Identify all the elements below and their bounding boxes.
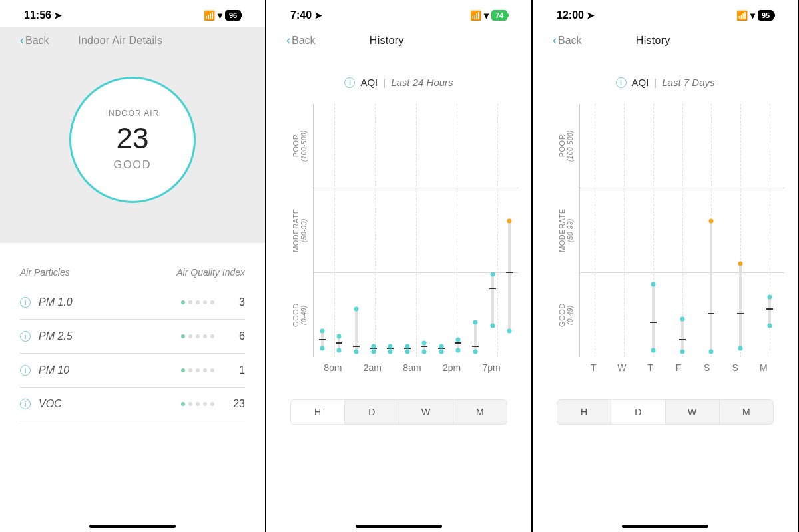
severity-dots <box>181 402 214 406</box>
table-header-right: Air Quality Index <box>176 267 245 278</box>
x-label: S <box>721 362 750 373</box>
segment-d[interactable]: D <box>344 400 398 424</box>
segment-w[interactable]: W <box>399 400 453 424</box>
period-label: Last 7 Days <box>662 77 714 88</box>
y-band: POOR(100-500) <box>286 104 313 188</box>
location-icon: ➤ <box>54 10 62 21</box>
x-axis-labels: 8pm2am8am2pm7pm <box>286 357 511 373</box>
wifi-icon: ▾ <box>218 10 222 21</box>
screen-indoor-air: 11:56 ➤ 📶 ▾ 96 ‹ Back Indoor Air Details… <box>0 0 266 532</box>
particle-name: PM 2.5 <box>39 330 181 342</box>
status-bar: 12:00 ➤ 📶 ▾ 95 <box>553 0 778 27</box>
aqi-ring[interactable]: INDOOR AIR 23 GOOD <box>69 77 196 203</box>
x-label: T <box>636 362 665 373</box>
segment-w[interactable]: W <box>665 400 719 424</box>
severity-dots <box>181 334 214 338</box>
aqi-chart-7d[interactable]: POOR(100-500)MODERATE(50-99)GOOD(0-49) <box>553 104 784 357</box>
range-segmented-control[interactable]: HDWM <box>557 399 774 425</box>
history-subheader: i AQI | Last 7 Days <box>553 57 778 104</box>
divider: | <box>383 77 386 88</box>
segment-m[interactable]: M <box>719 400 773 424</box>
y-band: MODERATE(50-99) <box>286 188 313 273</box>
table-header-left: Air Particles <box>20 267 70 278</box>
y-band: MODERATE(50-99) <box>553 188 579 273</box>
home-indicator[interactable] <box>622 525 708 528</box>
x-label: 8pm <box>313 362 353 373</box>
x-label: F <box>665 362 693 373</box>
particle-value: 1 <box>225 364 245 376</box>
segment-m[interactable]: M <box>453 400 507 424</box>
status-bar: 11:56 ➤ 📶 ▾ 96 <box>20 0 245 27</box>
home-indicator[interactable] <box>356 525 442 528</box>
aqi-hero: INDOOR AIR 23 GOOD <box>0 50 265 243</box>
battery-icon: 95 <box>758 10 774 21</box>
status-time: 11:56 <box>24 9 51 21</box>
info-icon[interactable]: i <box>616 77 627 88</box>
history-subheader: i AQI | Last 24 Hours <box>286 57 511 104</box>
status-bar: 7:40 ➤ 📶 ▾ 74 <box>286 0 511 27</box>
severity-dots <box>181 300 214 304</box>
y-band: GOOD(0-49) <box>553 272 579 357</box>
y-band: GOOD(0-49) <box>286 272 313 357</box>
info-icon[interactable]: i <box>20 297 31 308</box>
info-icon[interactable]: i <box>344 77 355 88</box>
screen-history-7d: 12:00 ➤ 📶 ▾ 95 ‹ Back History i AQI | La… <box>533 0 799 532</box>
battery-icon: 96 <box>225 10 241 21</box>
x-label: 8am <box>392 362 432 373</box>
x-label: 2pm <box>432 362 472 373</box>
severity-dots <box>181 368 214 372</box>
info-icon[interactable]: i <box>20 331 31 342</box>
particle-row[interactable]: i VOC 23 <box>20 388 245 421</box>
wifi-icon: ▾ <box>750 10 755 21</box>
aqi-ring-label: INDOOR AIR <box>106 109 160 118</box>
info-icon[interactable]: i <box>20 365 31 376</box>
info-icon[interactable]: i <box>20 399 31 409</box>
divider: | <box>654 77 657 88</box>
x-axis-labels: TWTFSSM <box>553 357 778 373</box>
page-title: History <box>289 35 485 47</box>
aqi-chart-24h[interactable]: POOR(100-500)MODERATE(50-99)GOOD(0-49) <box>286 104 518 357</box>
table-header: Air Particles Air Quality Index <box>20 243 245 286</box>
nav-header: ‹ Back History <box>286 27 511 57</box>
particle-row[interactable]: i PM 1.0 3 <box>20 286 245 320</box>
segment-d[interactable]: D <box>611 400 665 424</box>
screen-history-24h: 7:40 ➤ 📶 ▾ 74 ‹ Back History i AQI | Las… <box>266 0 533 532</box>
x-label: M <box>749 362 778 373</box>
particle-name: PM 10 <box>39 364 181 376</box>
x-label: T <box>579 362 608 373</box>
particle-value: 3 <box>225 296 245 308</box>
x-label: S <box>692 362 721 373</box>
nav-header: ‹ Back History <box>553 27 778 57</box>
particle-row[interactable]: i PM 10 1 <box>20 354 245 388</box>
location-icon: ➤ <box>314 10 322 21</box>
particle-value: 6 <box>225 330 245 342</box>
segment-h[interactable]: H <box>291 400 344 424</box>
x-label: 7pm <box>471 362 511 373</box>
x-label: 2am <box>353 362 393 373</box>
battery-icon: 74 <box>491 10 507 21</box>
range-segmented-control[interactable]: HDWM <box>290 399 507 425</box>
wifi-icon: ▾ <box>484 10 489 21</box>
particle-name: VOC <box>39 398 181 410</box>
page-title: Indoor Air Details <box>23 35 218 47</box>
signal-icon: 📶 <box>204 10 215 21</box>
signal-icon: 📶 <box>470 10 481 21</box>
period-label: Last 24 Hours <box>391 77 453 88</box>
particle-row[interactable]: i PM 2.5 6 <box>20 320 245 354</box>
home-indicator[interactable] <box>89 525 176 528</box>
particle-value: 23 <box>225 398 245 410</box>
page-title: History <box>555 35 751 47</box>
signal-icon: 📶 <box>736 10 748 21</box>
status-time: 7:40 <box>290 9 312 21</box>
x-label: W <box>608 362 637 373</box>
metric-label: AQI <box>360 77 378 88</box>
location-icon: ➤ <box>587 10 595 21</box>
y-band: POOR(100-500) <box>553 104 579 188</box>
segment-h[interactable]: H <box>557 400 611 424</box>
metric-label: AQI <box>632 77 649 88</box>
aqi-value: 23 <box>117 122 149 155</box>
aqi-status: GOOD <box>114 159 152 171</box>
status-time: 12:00 <box>557 9 584 21</box>
particle-name: PM 1.0 <box>39 296 181 308</box>
